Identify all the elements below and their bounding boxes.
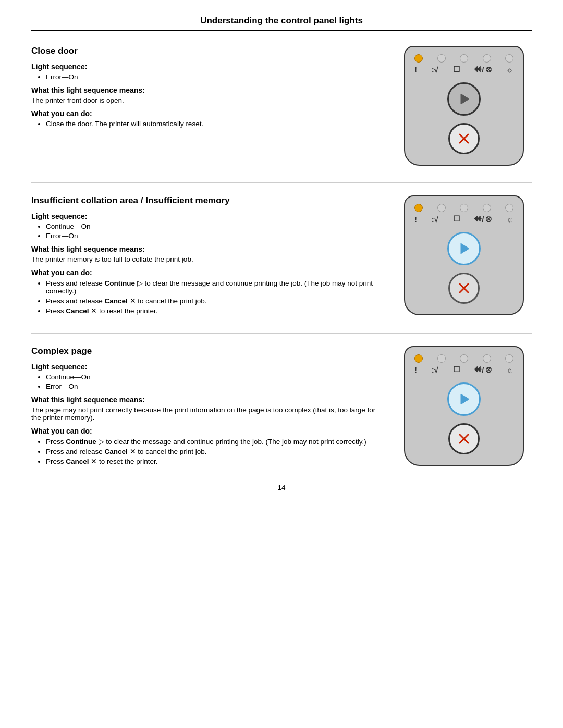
means-text-insufficient: The printer memory is too full to collat…: [31, 255, 386, 263]
list-item: Continue—On: [46, 223, 386, 230]
section-heading-close-door: Close door: [31, 46, 386, 56]
light-dot-4: [505, 354, 513, 363]
svg-marker-3: [461, 243, 469, 254]
panel-icon-2: ☐: [453, 65, 460, 74]
light-dot-3: [483, 54, 491, 63]
light-dot-1: [437, 54, 446, 63]
panel-icon-1: :√: [432, 365, 438, 374]
light-sequence-label-insufficient: Light sequence:: [31, 212, 386, 220]
section-panel-complex-page: !:√☐⯬/⨂☼: [396, 346, 532, 467]
section-complex-page: Complex pageLight sequence:Continue—OnEr…: [31, 346, 532, 467]
section-text-close-door: Close doorLight sequence:Error—OnWhat th…: [31, 46, 386, 166]
panel-icon-0: !: [414, 65, 417, 74]
list-item: Press and release Cancel ✕ to cancel the…: [46, 447, 386, 455]
light-dot-0: [414, 54, 423, 63]
light-dot-1: [437, 354, 446, 363]
continue-button[interactable]: [447, 82, 481, 116]
list-item: Press Cancel ✕ to reset the printer.: [46, 457, 386, 465]
list-item: Press and release Cancel ✕ to cancel the…: [46, 297, 386, 305]
svg-marker-6: [461, 394, 469, 404]
section-close-door: Close doorLight sequence:Error—OnWhat th…: [31, 46, 532, 166]
page-number: 14: [31, 484, 532, 491]
light-dot-2: [460, 354, 468, 363]
section-divider: [31, 182, 532, 183]
section-divider: [31, 333, 532, 334]
light-sequence-list-close-door: Error—On: [31, 73, 386, 81]
can-do-list-insufficient: Press and release Continue ▷ to clear th…: [31, 279, 386, 315]
light-sequence-label-close-door: Light sequence:: [31, 63, 386, 71]
list-item: Press Continue ▷ to clear the message an…: [46, 437, 386, 446]
cancel-button[interactable]: [448, 273, 480, 304]
panel-icon-4: ☼: [506, 365, 513, 374]
panel-icon-0: !: [414, 365, 417, 374]
panel-icon-3: ⯬/⨂: [474, 215, 492, 224]
lights-row: [412, 354, 516, 363]
section-heading-complex-page: Complex page: [31, 346, 386, 356]
means-text-close-door: The printer front door is open.: [31, 96, 386, 104]
light-dot-2: [460, 204, 468, 212]
lights-row: [412, 204, 516, 212]
light-sequence-label-complex-page: Light sequence:: [31, 363, 386, 371]
means-label-close-door: What this light sequence means:: [31, 86, 386, 94]
section-heading-insufficient: Insufficient collation area / Insufficie…: [31, 195, 386, 206]
list-item: Error—On: [46, 73, 386, 81]
icons-row: !:√☐⯬/⨂☼: [412, 65, 516, 74]
means-label-insufficient: What this light sequence means:: [31, 245, 386, 253]
page-title: Understanding the control panel lights: [31, 16, 532, 31]
panel-icon-3: ⯬/⨂: [474, 365, 492, 374]
means-text-complex-page: The page may not print correctly because…: [31, 406, 386, 422]
svg-marker-0: [461, 94, 469, 104]
panel-icon-1: :√: [432, 65, 438, 74]
light-dot-0: [414, 354, 423, 363]
panel-icon-2: ☐: [453, 214, 460, 224]
light-dot-0: [414, 204, 423, 212]
panel-icon-2: ☐: [453, 365, 460, 374]
cancel-button[interactable]: [448, 423, 480, 454]
section-insufficient: Insufficient collation area / Insufficie…: [31, 195, 532, 316]
light-dot-4: [505, 204, 513, 212]
section-panel-close-door: !:√☐⯬/⨂☼: [396, 46, 532, 166]
continue-button[interactable]: [447, 232, 481, 265]
means-label-complex-page: What this light sequence means:: [31, 396, 386, 404]
light-dot-3: [483, 204, 491, 212]
can-do-label-complex-page: What you can do:: [31, 427, 386, 435]
panel-icon-1: :√: [432, 215, 438, 224]
printer-panel: !:√☐⯬/⨂☼: [404, 346, 524, 466]
light-dot-4: [505, 54, 513, 63]
list-item: Error—On: [46, 232, 386, 240]
light-sequence-list-insufficient: Continue—OnError—On: [31, 223, 386, 240]
can-do-label-close-door: What you can do:: [31, 109, 386, 118]
light-dot-3: [483, 354, 491, 363]
can-do-label-insufficient: What you can do:: [31, 268, 386, 277]
list-item: Press and release Continue ▷ to clear th…: [46, 279, 386, 295]
continue-button[interactable]: [447, 382, 481, 416]
can-do-list-complex-page: Press Continue ▷ to clear the message an…: [31, 437, 386, 465]
list-item: Press Cancel ✕ to reset the printer.: [46, 306, 386, 315]
section-text-insufficient: Insufficient collation area / Insufficie…: [31, 195, 386, 316]
section-text-complex-page: Complex pageLight sequence:Continue—OnEr…: [31, 346, 386, 467]
list-item: Continue—On: [46, 373, 386, 381]
panel-icon-0: !: [414, 215, 417, 224]
section-panel-insufficient: !:√☐⯬/⨂☼: [396, 195, 532, 316]
list-item: Close the door. The printer will automat…: [46, 120, 386, 128]
printer-panel: !:√☐⯬/⨂☼: [404, 195, 524, 315]
lights-row: [412, 54, 516, 63]
cancel-button[interactable]: [448, 123, 480, 154]
list-item: Error—On: [46, 382, 386, 390]
light-dot-1: [437, 204, 446, 212]
panel-icon-3: ⯬/⨂: [474, 65, 492, 74]
panel-icon-4: ☼: [506, 215, 513, 224]
icons-row: !:√☐⯬/⨂☼: [412, 365, 516, 374]
icons-row: !:√☐⯬/⨂☼: [412, 214, 516, 224]
can-do-list-close-door: Close the door. The printer will automat…: [31, 120, 386, 128]
light-sequence-list-complex-page: Continue—OnError—On: [31, 373, 386, 390]
printer-panel: !:√☐⯬/⨂☼: [404, 46, 524, 166]
light-dot-2: [460, 54, 468, 63]
panel-icon-4: ☼: [506, 65, 513, 74]
